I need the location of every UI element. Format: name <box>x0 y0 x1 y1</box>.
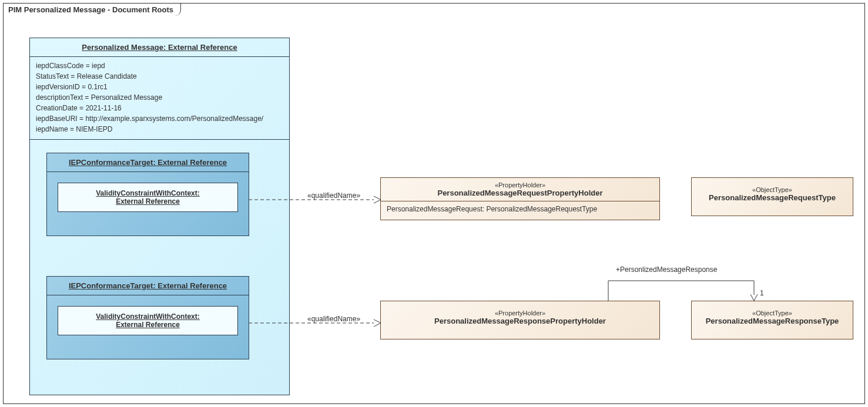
diagram-title-tab: PIM Personalized Message - Document Root… <box>3 3 181 16</box>
iep-conformance-target-2[interactable]: IEPConformanceTarget: External Reference… <box>46 276 249 359</box>
validity-constraint-instance[interactable]: ValidityConstraintWithContext: External … <box>58 183 238 212</box>
validity-constraint-instance[interactable]: ValidityConstraintWithContext: External … <box>58 306 238 335</box>
class-name: PersonalizedMessageResponsePropertyHolde… <box>386 317 655 325</box>
class-header: «ObjectType» PersonalizedMessageRequestT… <box>692 178 853 206</box>
attr-creation-date: CreationDate = 2021-11-16 <box>36 103 283 113</box>
conformance-target-body: ValidityConstraintWithContext: External … <box>47 172 249 223</box>
request-type-class[interactable]: «ObjectType» PersonalizedMessageRequestT… <box>691 177 853 216</box>
class-name: PersonalizedMessageResponseType <box>696 317 848 325</box>
attr-iepd-base-uri: iepdBaseURI = http://example.sparxsystem… <box>36 113 283 124</box>
class-stereotype: «PropertyHolder» <box>386 181 655 189</box>
attr-iepd-name: iepdName = NIEM-IEPD <box>36 124 283 134</box>
attr-iepd-version-id: iepdVersionID = 0.1rc1 <box>36 82 283 92</box>
class-stereotype: «ObjectType» <box>696 310 848 317</box>
class-header: «PropertyHolder» PersonalizedMessageResp… <box>381 301 659 329</box>
personalized-message-instance[interactable]: Personalized Message: External Reference… <box>29 38 290 395</box>
validity-line-1: ValidityConstraintWithContext: <box>96 189 200 197</box>
qualified-name-label-1: «qualifiedName» <box>307 191 360 200</box>
diagram-title: PIM Personalized Message - Document Root… <box>8 5 173 14</box>
class-stereotype: «ObjectType» <box>696 186 848 193</box>
class-stereotype: «PropertyHolder» <box>386 310 655 317</box>
attr-iepd-class-code: iepdClassCode = iepd <box>36 60 283 71</box>
request-property-holder-class[interactable]: «PropertyHolder» PersonalizedMessageRequ… <box>380 177 660 220</box>
validity-line-2: External Reference <box>116 321 180 329</box>
conformance-target-title: IEPConformanceTarget: External Reference <box>47 153 249 172</box>
class-name: PersonalizedMessageRequestType <box>696 193 848 202</box>
class-header: «PropertyHolder» PersonalizedMessageRequ… <box>381 178 659 201</box>
instance-title: Personalized Message: External Reference <box>30 38 289 57</box>
attr-status-text: StatusText = Release Candidate <box>36 71 283 82</box>
conformance-target-body: ValidityConstraintWithContext: External … <box>47 295 249 346</box>
response-property-holder-class[interactable]: «PropertyHolder» PersonalizedMessageResp… <box>380 301 660 339</box>
attr-description-text: descriptionText = Personalized Message <box>36 92 283 103</box>
response-type-class[interactable]: «ObjectType» PersonalizedMessageResponse… <box>691 301 853 339</box>
validity-line-1: ValidityConstraintWithContext: <box>96 312 200 321</box>
qualified-name-label-2: «qualifiedName» <box>307 315 360 323</box>
class-name: PersonalizedMessageRequestPropertyHolder <box>386 189 655 197</box>
validity-line-2: External Reference <box>116 197 180 206</box>
class-attribute: PersonalizedMessageRequest: Personalized… <box>381 201 659 217</box>
conformance-target-title: IEPConformanceTarget: External Reference <box>47 277 249 295</box>
instance-attributes: iepdClassCode = iepd StatusText = Releas… <box>30 57 289 140</box>
association-role-label: +PersonlizedMessageResponse <box>616 265 717 274</box>
class-header: «ObjectType» PersonalizedMessageResponse… <box>692 301 853 329</box>
iep-conformance-target-1[interactable]: IEPConformanceTarget: External Reference… <box>46 153 249 236</box>
multiplicity-label: 1 <box>760 289 764 297</box>
